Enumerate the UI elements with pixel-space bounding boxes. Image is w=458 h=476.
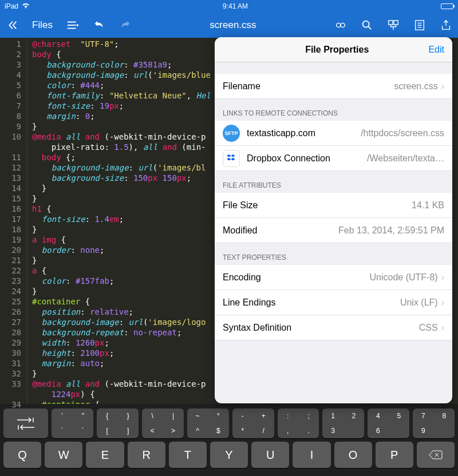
filesize-row: File Size 14.1 KB (215, 193, 452, 218)
symbol-key[interactable]: 123 (322, 408, 364, 438)
popover-header: File Properties Edit (215, 37, 452, 62)
list-toggle-button[interactable] (66, 19, 79, 31)
status-bar: iPad 9:41 AM (0, 0, 458, 13)
svg-rect-0 (68, 22, 76, 23)
connection-name: textasticapp.com (247, 128, 315, 138)
filesize-label: File Size (223, 200, 258, 211)
undo-button[interactable] (93, 19, 105, 31)
encoding-value: Unicode (UTF-8) (261, 272, 438, 283)
line-gutter: 12345678910 1112131415161718192021222324… (0, 38, 27, 404)
svg-point-5 (341, 23, 345, 27)
toolbar: Files screen.css (0, 13, 458, 38)
popover-title: File Properties (246, 45, 428, 55)
letter-key-e[interactable]: E (86, 442, 124, 468)
text-section-header: TEXT PROPERTIES (215, 243, 452, 265)
filename-value: screen.css (260, 81, 438, 92)
letter-key-u[interactable]: U (251, 442, 289, 468)
letter-key-i[interactable]: I (293, 442, 330, 468)
attributes-section-header: FILE ATTRIBUTES (215, 171, 452, 193)
device-label: iPad (5, 2, 18, 10)
letter-key-o[interactable]: O (334, 442, 372, 468)
connection-row-sftp[interactable]: SFTP textasticapp.com /httpdocs/screen.c… (215, 121, 452, 146)
svg-rect-7 (389, 21, 393, 25)
chevron-right-icon: › (441, 323, 444, 333)
backspace-key[interactable] (417, 442, 455, 468)
letter-key-r[interactable]: R (128, 442, 165, 468)
letter-key-p[interactable]: P (376, 442, 413, 468)
tab-key[interactable] (3, 408, 48, 438)
file-properties-popover: File Properties Edit Filename screen.css… (215, 37, 452, 403)
share-button[interactable] (440, 19, 452, 31)
connection-path: /httpdocs/screen.css (315, 128, 444, 138)
document-title: screen.css (210, 19, 256, 31)
svg-point-4 (337, 23, 341, 27)
modified-value: Feb 13, 2014, 2:59:51 PM (257, 225, 444, 236)
symbol-key[interactable]: :;,. (278, 408, 319, 438)
symbol-key[interactable]: ~°^$ (187, 408, 229, 438)
syntax-value: CSS (291, 323, 438, 333)
properties-button[interactable] (413, 19, 426, 31)
lineendings-value: Unix (LF) (276, 298, 438, 308)
svg-rect-8 (394, 21, 398, 25)
connection-row-dropbox[interactable]: Dropbox Connection /Webseiten/texta… (215, 146, 452, 171)
search-button[interactable] (361, 19, 373, 31)
chevron-right-icon: › (441, 272, 444, 283)
modified-label: Modified (223, 225, 257, 236)
lineendings-label: Line Endings (223, 298, 276, 308)
links-section-header: LINKS TO REMOTE CONNECTIONS (215, 99, 452, 121)
symbol-key[interactable]: {}[] (97, 408, 139, 438)
syntax-label: Syntax Definition (223, 323, 291, 333)
symbols-button[interactable] (387, 19, 400, 31)
letter-key-t[interactable]: T (169, 442, 207, 468)
symbol-key[interactable]: \|<> (142, 408, 184, 438)
encoding-row[interactable]: Encoding Unicode (UTF-8) › (215, 265, 452, 290)
encoding-label: Encoding (223, 272, 261, 283)
dropbox-icon (223, 150, 240, 167)
connection-path: /Webseiten/texta… (330, 153, 444, 164)
letter-key-q[interactable]: Q (3, 442, 41, 468)
menu-button[interactable] (6, 19, 18, 31)
wifi-icon (22, 2, 30, 10)
svg-point-6 (363, 21, 369, 27)
symbol-key[interactable]: 456 (368, 408, 409, 438)
symbol-key[interactable]: '"`´ (52, 408, 93, 438)
letter-key-w[interactable]: W (45, 442, 82, 468)
svg-rect-1 (68, 25, 76, 26)
keyboard: '"`´{}[]\|<>~°^$-+*/:;,.123456789 QWERTY… (0, 404, 458, 476)
files-button[interactable]: Files (32, 19, 53, 31)
connection-name: Dropbox Connection (247, 153, 330, 164)
preview-button[interactable] (334, 19, 347, 31)
lineendings-row[interactable]: Line Endings Unix (LF) › (215, 290, 452, 315)
filename-row[interactable]: Filename screen.css › (215, 74, 452, 99)
sftp-icon: SFTP (223, 125, 240, 142)
syntax-row[interactable]: Syntax Definition CSS › (215, 315, 452, 340)
filesize-value: 14.1 KB (258, 200, 444, 211)
battery-icon (441, 3, 453, 9)
chevron-right-icon: › (441, 81, 444, 92)
letter-key-y[interactable]: Y (210, 442, 248, 468)
modified-row: Modified Feb 13, 2014, 2:59:51 PM (215, 218, 452, 243)
edit-button[interactable]: Edit (428, 45, 444, 55)
clock: 9:41 AM (223, 2, 248, 10)
filename-label: Filename (223, 81, 260, 92)
svg-rect-2 (68, 28, 76, 29)
chevron-right-icon: › (441, 298, 444, 308)
symbol-key[interactable]: 789 (413, 408, 455, 438)
redo-button[interactable] (119, 19, 132, 31)
symbol-key[interactable]: -+*/ (232, 408, 274, 438)
svg-point-3 (76, 24, 78, 26)
